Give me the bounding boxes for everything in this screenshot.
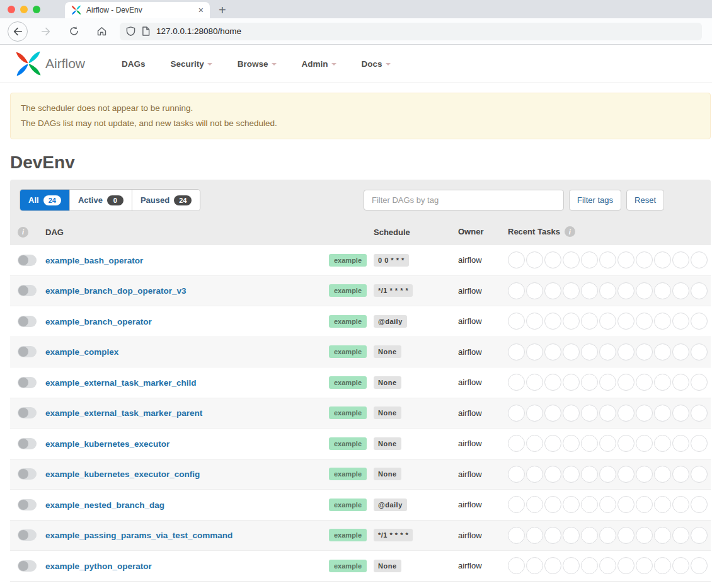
task-state-circle [508, 313, 525, 330]
tab-all-label: All [28, 195, 39, 205]
back-icon[interactable] [8, 21, 28, 42]
task-state-circle [544, 374, 561, 391]
pause-toggle[interactable] [18, 346, 37, 357]
menu-item-dags[interactable]: DAGs [109, 59, 158, 69]
dag-tag-badge[interactable]: example [329, 406, 367, 419]
schedule-cell: @daily [374, 315, 458, 328]
new-tab-button[interactable]: + [219, 4, 226, 16]
forward-icon[interactable] [37, 22, 55, 41]
dag-tag-badge[interactable]: example [329, 529, 367, 541]
menu-item-browse[interactable]: Browse [225, 59, 289, 69]
toggle-knob [18, 255, 28, 265]
airflow-logo[interactable]: Airflow [15, 50, 85, 77]
pause-toggle[interactable] [18, 468, 37, 480]
task-state-circle [544, 435, 561, 452]
task-state-circle [654, 343, 671, 360]
tab-paused-count-badge: 24 [174, 195, 192, 205]
dag-link[interactable]: example_kubernetes_executor [45, 439, 169, 449]
task-state-circle [599, 343, 616, 360]
dag-link[interactable]: example_complex [45, 347, 118, 357]
schedule-cell: None [374, 406, 458, 419]
owner-label: airflow [458, 408, 508, 418]
toggle-knob [18, 500, 28, 510]
toggle-knob [18, 316, 28, 326]
reset-button[interactable]: Reset [626, 190, 664, 210]
dag-tag-badge[interactable]: example [329, 315, 367, 328]
dag-tag-badge[interactable]: example [329, 254, 367, 267]
chevron-down-icon [386, 63, 391, 66]
owner-label: airflow [458, 255, 508, 265]
dag-tag-badge[interactable]: example [329, 468, 367, 480]
info-icon[interactable]: i [565, 226, 575, 237]
dag-link[interactable]: example_branch_dop_operator_v3 [45, 286, 187, 296]
task-state-circle [672, 557, 689, 574]
window-zoom-button[interactable] [33, 6, 40, 13]
info-icon[interactable]: i [18, 227, 28, 238]
dag-tag-badge[interactable]: example [329, 345, 367, 358]
schedule-badge: None [374, 376, 401, 389]
dag-tag-cell: example [329, 345, 374, 358]
pause-toggle[interactable] [18, 529, 37, 541]
dag-link[interactable]: example_passing_params_via_test_command [45, 531, 233, 540]
header-dag[interactable]: DAG [45, 226, 374, 238]
dag-link[interactable]: example_external_task_marker_parent [45, 408, 202, 418]
task-state-circle [526, 435, 543, 452]
menu-item-security[interactable]: Security [158, 59, 225, 69]
pause-toggle[interactable] [18, 377, 37, 388]
task-state-circle [581, 282, 598, 299]
task-state-circle [508, 466, 525, 483]
pause-toggle[interactable] [18, 407, 37, 418]
task-state-circle [563, 557, 580, 574]
pause-toggle[interactable] [18, 285, 37, 296]
task-state-circle [508, 527, 525, 544]
task-state-circle [617, 343, 634, 360]
pause-toggle[interactable] [18, 560, 37, 572]
window-minimize-button[interactable] [20, 6, 28, 13]
browser-tab[interactable]: Airflow - DevEnv × [65, 2, 210, 18]
pause-toggle[interactable] [18, 316, 37, 327]
menu-label: DAGs [122, 59, 146, 69]
dag-tag-badge[interactable]: example [329, 376, 367, 389]
toggle-cell [10, 377, 45, 388]
task-state-circle [654, 313, 671, 330]
pause-toggle[interactable] [18, 499, 37, 510]
dag-row: example_external_task_marker_child examp… [10, 367, 711, 398]
pause-toggle[interactable] [18, 255, 37, 266]
home-icon[interactable] [92, 22, 111, 41]
dag-tag-badge[interactable]: example [329, 284, 367, 297]
schedule-badge: None [374, 406, 401, 419]
dag-link[interactable]: example_external_task_marker_child [45, 378, 196, 388]
filter-dags-by-tag-input[interactable] [364, 190, 564, 210]
dag-link[interactable]: example_python_operator [45, 562, 152, 571]
dag-link[interactable]: example_bash_operator [45, 256, 143, 265]
dag-tag-badge[interactable]: example [329, 437, 367, 450]
pause-toggle[interactable] [18, 438, 37, 449]
dag-link[interactable]: example_nested_branch_dag [45, 500, 164, 510]
chevron-down-icon [272, 63, 277, 66]
task-state-circle [508, 251, 525, 268]
tab-active[interactable]: Active 0 [70, 190, 132, 210]
task-state-circle [526, 282, 543, 299]
dag-name-cell: example_python_operator [45, 560, 329, 572]
dag-link[interactable]: example_kubernetes_executor_config [45, 470, 200, 479]
owner-label: airflow [458, 316, 508, 326]
url-text[interactable]: 127.0.0.1:28080/home [156, 26, 241, 36]
url-bar[interactable]: 127.0.0.1:28080/home [120, 23, 702, 40]
toggle-knob [18, 408, 28, 418]
page-info-icon[interactable] [142, 26, 150, 36]
tab-paused[interactable]: Paused 24 [132, 190, 200, 210]
filter-tags-button[interactable]: Filter tags [569, 190, 621, 210]
dag-link[interactable]: example_branch_operator [45, 317, 152, 326]
dag-rows: example_bash_operator example 0 0 * * * … [10, 245, 711, 582]
dag-tag-badge[interactable]: example [329, 560, 367, 572]
tab-all[interactable]: All 24 [20, 190, 70, 210]
tab-close-icon[interactable]: × [198, 6, 204, 14]
shield-icon[interactable] [126, 26, 135, 36]
task-state-circle [599, 496, 616, 513]
recent-tasks-cell [508, 496, 711, 513]
menu-item-admin[interactable]: Admin [289, 59, 349, 69]
window-close-button[interactable] [8, 6, 15, 13]
menu-item-docs[interactable]: Docs [349, 59, 403, 69]
dag-tag-badge[interactable]: example [329, 499, 367, 511]
reload-icon[interactable] [64, 22, 83, 41]
